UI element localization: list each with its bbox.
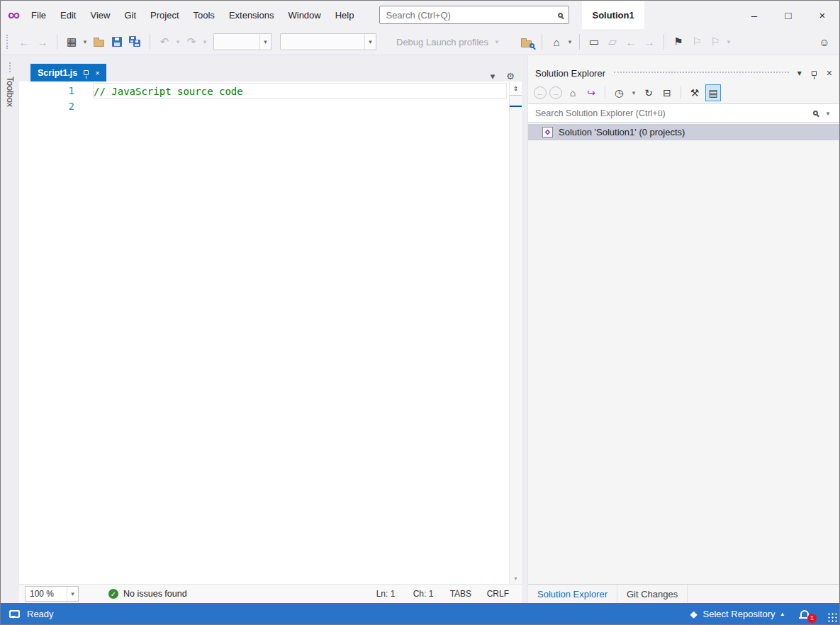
editor-line[interactable]: 2: [19, 98, 509, 114]
minimize-button[interactable]: –: [737, 1, 771, 29]
save-all-button[interactable]: [127, 33, 144, 51]
display-member-list-button[interactable]: ▭: [586, 33, 603, 51]
search-icon[interactable]: [813, 111, 818, 116]
filter-dropdown-icon[interactable]: ▾: [629, 89, 638, 96]
pending-changes-filter-button[interactable]: ◷: [611, 84, 627, 101]
open-file-button[interactable]: [90, 33, 107, 51]
line-number: 2: [19, 98, 82, 114]
document-tab-script1[interactable]: Script1.js ×: [30, 64, 106, 81]
solution-explorer-header[interactable]: Solution Explorer ▾ ×: [528, 64, 839, 82]
window-resize-grip[interactable]: [827, 612, 838, 623]
editor-status-bar: 100 % ▾ ✓ No issues found Ln: 1 Ch: 1 TA…: [19, 584, 522, 603]
close-button[interactable]: ×: [805, 1, 839, 29]
display-parameter-info-button[interactable]: ▱: [604, 33, 621, 51]
search-options-dropdown-icon[interactable]: ▾: [824, 110, 832, 117]
increase-indent-button[interactable]: →: [641, 33, 658, 51]
previous-bookmark-button[interactable]: ⚐: [688, 33, 705, 51]
navigate-backward-button[interactable]: ←: [16, 33, 33, 51]
toolbox-tab[interactable]: Toolbox: [1, 55, 19, 603]
toggle-bookmark-button[interactable]: ⚑: [670, 33, 687, 51]
decrease-indent-button[interactable]: ←: [622, 33, 639, 51]
panel-pin-icon[interactable]: [812, 71, 817, 76]
new-project-dropdown[interactable]: ▾: [81, 38, 89, 45]
issues-indicator[interactable]: ✓ No issues found: [108, 589, 187, 599]
document-tab-row: Script1.js × ▾ ⚙: [19, 64, 522, 81]
search-icon[interactable]: [558, 13, 563, 18]
redo-button[interactable]: ↷: [183, 33, 200, 51]
collapse-all-button[interactable]: ⊟: [659, 84, 675, 101]
menu-window[interactable]: Window: [281, 7, 327, 23]
tab-solution-explorer[interactable]: Solution Explorer: [528, 585, 617, 603]
code-editor[interactable]: 1 // JavaScript source code 2 ⇕ ▾: [19, 81, 522, 584]
menu-file[interactable]: File: [24, 7, 53, 23]
toolbox-label: Toolbox: [5, 77, 15, 107]
bookmark-dropdown[interactable]: ▾: [724, 38, 733, 45]
menu-tools[interactable]: Tools: [186, 7, 222, 23]
separator: [663, 34, 664, 50]
zoom-dropdown-icon: ▾: [67, 587, 78, 601]
menu-extensions[interactable]: Extensions: [222, 7, 281, 23]
tab-git-changes[interactable]: Git Changes: [617, 585, 688, 603]
forward-button[interactable]: →: [549, 86, 562, 99]
solution-explorer-search-box[interactable]: ▾: [528, 103, 839, 123]
column-indicator[interactable]: Ch: 1: [413, 589, 450, 599]
main-area: Toolbox Script1.js × ▾ ⚙ 1 // J: [1, 55, 839, 603]
indentation-indicator[interactable]: TABS: [450, 589, 487, 599]
line-number: 1: [19, 83, 82, 98]
redo-dropdown[interactable]: ▾: [201, 38, 209, 45]
refresh-button[interactable]: ↻: [641, 84, 656, 101]
debug-launch-profiles-label: Debug Launch profiles: [396, 37, 488, 47]
undo-dropdown[interactable]: ▾: [174, 38, 182, 45]
back-button[interactable]: ←: [534, 86, 547, 99]
debug-launch-profiles-dropdown[interactable]: Debug Launch profiles ▾: [396, 37, 501, 47]
select-repository-button[interactable]: ◆ Select Repository ▴: [681, 603, 794, 624]
menu-help[interactable]: Help: [328, 7, 362, 23]
panel-title: Solution Explorer: [535, 68, 605, 79]
pin-icon[interactable]: [84, 70, 89, 75]
solution-search-input[interactable]: [535, 108, 807, 118]
home-button[interactable]: ⌂: [565, 84, 581, 101]
editor-line[interactable]: 1 // JavaScript source code: [19, 83, 509, 98]
scroll-down-arrow-icon[interactable]: ▾: [510, 573, 522, 584]
solution-tree-empty-area[interactable]: [528, 140, 839, 584]
solution-configurations-combobox[interactable]: ▾: [213, 33, 271, 50]
find-in-files-button[interactable]: [519, 33, 536, 51]
navigate-forward-button[interactable]: →: [34, 33, 51, 51]
quick-search-box[interactable]: [379, 6, 569, 24]
panel-close-icon[interactable]: ×: [827, 67, 832, 79]
show-all-files-button[interactable]: ▤: [705, 84, 721, 101]
undo-button[interactable]: ↶: [156, 33, 173, 51]
zoom-dropdown[interactable]: 100 % ▾: [25, 586, 79, 602]
send-feedback-button[interactable]: ☺: [816, 33, 833, 51]
line-indicator[interactable]: Ln: 1: [376, 589, 413, 599]
sync-dropdown[interactable]: ▾: [566, 38, 574, 45]
editor-options-gear-icon[interactable]: ⚙: [506, 71, 515, 81]
code-surface[interactable]: 1 // JavaScript source code 2: [19, 81, 509, 584]
search-input[interactable]: [386, 10, 558, 21]
tree-item-solution[interactable]: Solution 'Solution1' (0 projects): [528, 124, 839, 140]
panel-menu-dropdown-icon[interactable]: ▾: [797, 68, 802, 78]
save-button[interactable]: [108, 33, 125, 51]
split-window-handle[interactable]: ⇕: [510, 81, 522, 96]
maximize-button[interactable]: □: [771, 1, 805, 29]
sync-with-active-document-button[interactable]: ↪: [583, 84, 599, 101]
solution-explorer-sync-button[interactable]: ⌂: [548, 33, 565, 51]
feedback-bubble-icon[interactable]: [9, 610, 20, 618]
next-bookmark-button[interactable]: ⚐: [707, 33, 724, 51]
editor-vertical-scrollbar[interactable]: ⇕ ▾: [509, 81, 522, 584]
properties-button[interactable]: ⚒: [687, 84, 702, 101]
solution-platforms-combobox[interactable]: ▾: [280, 33, 376, 50]
active-files-dropdown-icon[interactable]: ▾: [491, 71, 495, 81]
new-project-button[interactable]: ▦: [63, 33, 80, 51]
menu-git[interactable]: Git: [117, 7, 143, 23]
line-ending-indicator[interactable]: CRLF: [487, 589, 522, 599]
combobox-dropdown-icon: ▾: [259, 34, 271, 50]
menu-project[interactable]: Project: [143, 7, 186, 23]
close-tab-icon[interactable]: ×: [95, 69, 99, 77]
menu-edit[interactable]: Edit: [53, 7, 83, 23]
toolbar-grip[interactable]: [6, 35, 9, 49]
notifications-button[interactable]: 1: [794, 603, 815, 624]
menu-view[interactable]: View: [83, 7, 117, 23]
panel-drag-grip[interactable]: [614, 72, 789, 75]
save-icon: [112, 37, 122, 47]
